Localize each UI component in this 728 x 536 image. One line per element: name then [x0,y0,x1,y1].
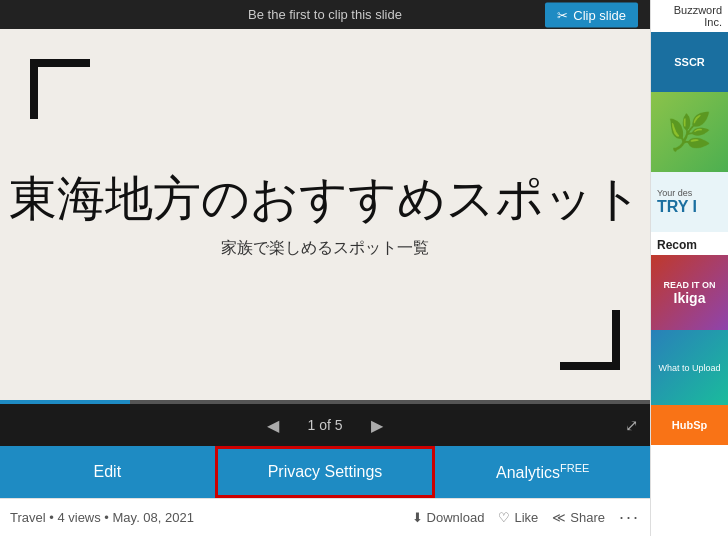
right-arrow-icon [371,417,383,434]
try-small-text: Your des [657,188,722,198]
book-name: Ikiga [663,290,715,306]
slide-subtitle: 家族で楽しめるスポット一覧 [221,238,429,259]
heart-icon [498,510,510,525]
scr-logo: S [674,56,681,68]
expand-icon [625,417,638,434]
main-content: Be the first to clip this slide Clip sli… [0,0,650,536]
sidebar-hubspot-ad[interactable]: HubSp [651,405,728,445]
sidebar-brand: Buzzword Inc. [651,0,728,32]
share-label: Share [570,510,605,525]
clip-slide-label: Clip slide [573,7,626,22]
expand-button[interactable] [625,416,638,435]
download-icon [412,510,423,525]
share-action[interactable]: Share [552,510,605,525]
bracket-bottom-right [560,310,620,370]
sidebar-book-ad[interactable]: READ IT ON Ikiga [651,255,728,330]
sidebar-ad-scr[interactable]: S SCR [651,32,728,92]
scr-label: SCR [682,56,705,68]
book-title: READ IT ON [663,280,715,290]
slide-area: 東海地方のおすすめスポット 家族で楽しめるスポット一覧 [0,29,650,400]
slide-title: 東海地方のおすすめスポット [9,170,642,228]
clip-slide-button[interactable]: Clip slide [545,2,638,27]
plant-icon: 🌿 [667,111,712,153]
like-label: Like [514,510,538,525]
navigation-bar: 1 of 5 [0,404,650,446]
try-label: TRY I [657,198,722,216]
hubspot-label: HubSp [672,419,707,431]
footer-actions: Download Like Share ··· [412,507,640,528]
like-action[interactable]: Like [498,510,538,525]
right-sidebar: Buzzword Inc. S SCR 🌿 Your des TRY I Rec… [650,0,728,536]
sidebar-try-ad[interactable]: Your des TRY I [651,172,728,232]
action-buttons-row: Edit Privacy Settings AnalyticsFREE [0,446,650,498]
sidebar-plant-ad[interactable]: 🌿 [651,92,728,172]
footer-bar: Travel • 4 views • May. 08, 2021 Downloa… [0,498,650,536]
analytics-button[interactable]: AnalyticsFREE [435,446,650,498]
clip-bar: Be the first to clip this slide Clip sli… [0,0,650,29]
page-indicator: 1 of 5 [307,417,342,433]
download-label: Download [427,510,485,525]
clip-bar-text: Be the first to clip this slide [248,7,402,22]
next-slide-button[interactable] [363,412,391,439]
slide-content: 東海地方のおすすめスポット 家族で楽しめるスポット一覧 [0,29,650,400]
analytics-badge: FREE [560,462,589,474]
privacy-settings-button[interactable]: Privacy Settings [215,446,436,498]
clip-icon [557,7,568,22]
more-options-button[interactable]: ··· [619,507,640,528]
download-action[interactable]: Download [412,510,485,525]
analytics-label: Analytics [496,464,560,481]
share-icon [552,510,566,525]
footer-meta: Travel • 4 views • May. 08, 2021 [10,510,412,525]
sidebar-upload-ad[interactable]: What to Upload [651,330,728,405]
left-arrow-icon [267,417,279,434]
upload-label: What to Upload [658,363,720,373]
bracket-top-left [30,59,90,119]
sidebar-recom-label: Recom [651,232,728,255]
edit-button[interactable]: Edit [0,446,215,498]
prev-slide-button[interactable] [259,412,287,439]
